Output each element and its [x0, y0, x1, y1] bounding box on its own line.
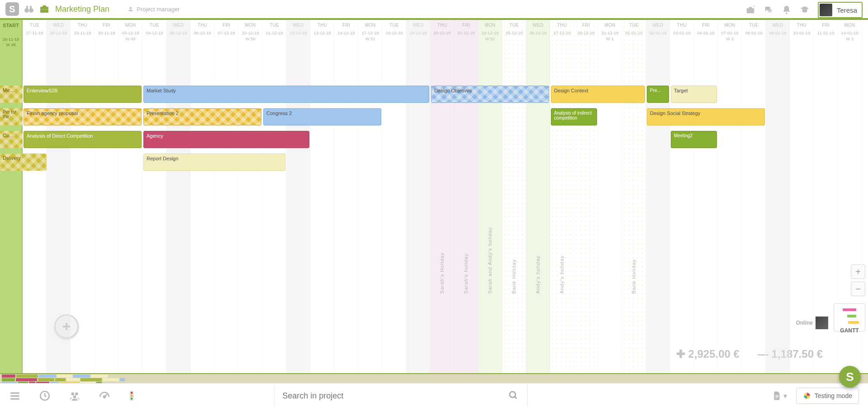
shade-column: [550, 20, 574, 373]
task-stub[interactable]: Pre for the: [0, 108, 23, 125]
search-input[interactable]: [275, 386, 499, 406]
svg-point-26: [510, 391, 516, 397]
holiday-label: Bank Holiday: [631, 259, 636, 294]
task-bar[interactable]: Design Social Strategy: [647, 108, 765, 125]
day-header: FRI04-01-19: [694, 20, 718, 44]
clock-icon[interactable]: [39, 390, 51, 402]
binoculars-icon[interactable]: [24, 4, 34, 14]
day-column: [190, 20, 214, 373]
svg-point-18: [71, 392, 74, 395]
task-bar[interactable]: Analysis of Direct Competition: [24, 131, 142, 148]
user-menu[interactable]: Teresa: [818, 2, 863, 18]
chat-icon[interactable]: [764, 5, 773, 15]
day-header: FRI30-11-18: [95, 20, 119, 44]
day-header: THU10-01-19: [790, 20, 814, 44]
task-stub[interactable]: Co...: [0, 131, 23, 148]
app-header: S Marketing Plan Project manager + Teres…: [0, 0, 868, 18]
task-bar[interactable]: Congress 2: [263, 108, 381, 125]
add-briefcase-icon[interactable]: +: [745, 5, 755, 15]
day-header: FRI14-12-18: [334, 20, 358, 44]
dashboard-icon[interactable]: [99, 390, 110, 402]
day-column: [598, 20, 622, 373]
task-bar[interactable]: EnterviewS28: [24, 86, 142, 103]
day-column: [838, 20, 862, 373]
svg-rect-8: [747, 8, 754, 13]
person-icon: [128, 6, 134, 12]
graduation-icon[interactable]: [800, 5, 810, 15]
svg-point-23: [131, 392, 133, 394]
svg-point-11: [786, 13, 787, 14]
list-icon[interactable]: [9, 390, 21, 402]
minimap-bar: [55, 378, 66, 381]
svg-rect-16: [10, 398, 19, 399]
day-header: FRI11-01-19: [814, 20, 838, 44]
minimap-bar: [103, 378, 119, 381]
task-bar[interactable]: Pre...: [647, 86, 669, 103]
shade-column: [286, 20, 310, 373]
traffic-light-icon[interactable]: [128, 390, 135, 402]
day-header: MON14-01-19W 3: [838, 20, 862, 44]
svg-rect-27: [775, 395, 778, 395]
holiday-label: Andy's holiday: [535, 255, 541, 294]
day-header: THU03-01-19: [670, 20, 694, 44]
task-bar[interactable]: Target: [671, 86, 717, 103]
svg-text:+: +: [753, 5, 755, 9]
task-bar[interactable]: Analysis of indirect competition: [551, 108, 597, 125]
task-bar[interactable]: Design Objetives: [431, 86, 549, 103]
task-bar[interactable]: Finish agency proposal: [24, 108, 142, 125]
team-icon[interactable]: [69, 390, 81, 402]
day-header: MON07-01-19W 2: [718, 20, 742, 44]
start-column: START 26-11-18 W 48: [0, 20, 23, 373]
bell-icon[interactable]: [782, 5, 792, 15]
shade-column: [478, 20, 502, 373]
shade-column: [526, 20, 550, 373]
app-logo[interactable]: S: [5, 2, 19, 16]
day-header: THU06-12-18: [190, 20, 214, 44]
task-bar[interactable]: Design Context: [551, 86, 645, 103]
briefcase-icon[interactable]: [39, 4, 50, 14]
project-title[interactable]: Marketing Plan: [55, 5, 109, 14]
task-bar[interactable]: Meeting2: [671, 131, 717, 148]
svg-rect-3: [30, 6, 32, 9]
day-header: THU13-12-18: [310, 20, 334, 44]
task-stub[interactable]: Delivery: [0, 154, 47, 171]
pie-icon: [803, 392, 811, 400]
svg-point-7: [130, 7, 132, 9]
testing-mode-button[interactable]: Testing mode: [796, 388, 859, 404]
footer-bar: ▾ Testing mode: [0, 383, 868, 408]
document-icon: [772, 390, 782, 402]
day-header: MON03-12-18W 49: [119, 20, 142, 44]
day-header: MON17-12-18W 51: [358, 20, 382, 44]
document-menu[interactable]: ▾: [772, 390, 787, 402]
day-header: TUE11-12-18: [262, 20, 286, 44]
task-bar[interactable]: Market Study: [143, 86, 429, 103]
day-header: TUE27-11-18: [23, 20, 47, 44]
task-bar[interactable]: Agency: [143, 131, 309, 148]
day-column: [790, 20, 814, 373]
timeline[interactable]: START 26-11-18 W 48 + − GANTT Online ✚ 2…: [0, 20, 868, 373]
day-column: [95, 20, 119, 373]
search-button[interactable]: [499, 385, 528, 407]
day-column: [142, 20, 166, 373]
project-manager-label[interactable]: Project manager: [128, 6, 180, 13]
day-column: [862, 20, 868, 373]
day-header: FRI07-12-18: [214, 20, 238, 44]
day-column: [742, 20, 766, 373]
day-column: [334, 20, 358, 373]
svg-rect-14: [10, 392, 19, 394]
shade-column: [406, 20, 430, 373]
user-name: Teresa: [837, 6, 857, 14]
day-column: [310, 20, 334, 373]
task-stub[interactable]: Me...: [0, 86, 23, 103]
minimap-bar: [38, 378, 54, 381]
svg-point-25: [131, 398, 133, 399]
minimap-bar: [2, 374, 15, 378]
task-bar[interactable]: Report Design: [143, 154, 285, 171]
svg-rect-15: [10, 395, 19, 397]
shade-column: [47, 20, 71, 373]
fab-button[interactable]: S: [839, 366, 861, 388]
minimap-bar: [57, 374, 72, 378]
task-bar[interactable]: Presentation 2: [143, 108, 261, 125]
svg-rect-29: [775, 398, 778, 398]
day-header: MON10-12-18W 50: [238, 20, 262, 44]
